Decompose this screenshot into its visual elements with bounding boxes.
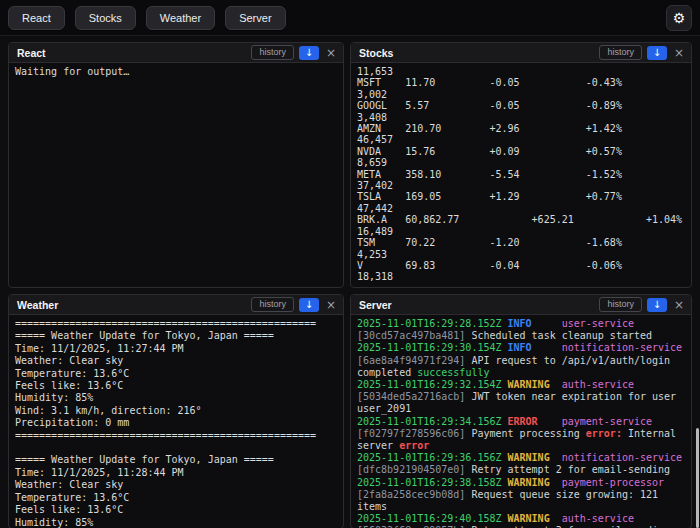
download-button[interactable]: ↓ [647,298,667,312]
log-line: 2025-11-01T16:29:36.156Z WARNING notific… [357,452,685,464]
output-line: TSLA 169.05 +1.29 +0.77% [357,191,685,202]
output-line: Weather: Clear sky [15,355,337,367]
server-log-output[interactable]: 2025-11-01T16:29:28.152Z INFO user-servi… [351,315,691,528]
download-arrow-icon: ↓ [305,47,313,59]
stocks-output[interactable]: 11,653MSFT 11.70 -0.05 -0.43%3,002GOOGL … [351,63,691,287]
log-line: [30cd57ac497ba481] Scheduled task cleanu… [357,330,685,342]
tab-stocks[interactable]: Stocks [75,6,136,30]
panel-server: Server history ↓ × 2025-11-01T16:29:28.1… [350,294,692,528]
gear-icon: ⚙ [673,11,686,25]
output-line: 11,653 [357,66,685,77]
panel-title: Weather [17,299,251,311]
panel-stocks-header: Stocks history ↓ × [351,43,691,63]
output-line: MSFT 11.70 -0.05 -0.43% [357,77,685,88]
tab-bar: ReactStocksWeatherServer [8,6,666,30]
log-line: [dfc8b921904507e0] Retry attempt 2 for e… [357,464,685,476]
log-line: 2025-11-01T16:29:28.152Z INFO user-servi… [357,318,685,330]
output-line: Waiting for output… [15,66,337,79]
close-icon[interactable]: × [672,47,686,59]
panel-controls: history ↓ × [599,45,686,60]
output-line: Humidity: 85% [15,392,337,404]
output-line: META 358.10 -5.54 -1.52% [357,169,685,180]
log-line: 2025-11-01T16:29:32.154Z WARNING auth-se… [357,379,685,391]
panel-title: Server [359,299,599,311]
weather-output[interactable]: ========================================… [9,315,343,528]
panel-controls: history ↓ × [599,297,686,312]
output-line: Weather: Clear sky [15,479,337,491]
download-arrow-icon: ↓ [653,299,661,311]
settings-button[interactable]: ⚙ [666,5,692,31]
log-line: [6ae8a4f94971f294] API request to /api/v… [357,355,685,379]
react-output[interactable]: Waiting for output… [9,63,343,287]
log-line: 2025-11-01T16:29:34.156Z ERROR payment-s… [357,416,685,428]
panel-react: React history ↓ × Waiting for output… [8,42,344,288]
panel-controls: history ↓ × [251,45,338,60]
topbar: ReactStocksWeatherServer ⚙ [0,0,700,36]
output-line: Time: 11/1/2025, 11:27:44 PM [15,343,337,355]
output-line: 3,002 [357,89,685,100]
output-line: Temperature: 13.6°C [15,492,337,504]
output-line: Time: 11/1/2025, 11:28:44 PM [15,467,337,479]
output-line: Feels like: 13.6°C [15,504,337,516]
tab-server[interactable]: Server [225,6,285,30]
panel-stocks: Stocks history ↓ × 11,653MSFT 11.70 -0.0… [350,42,692,288]
close-icon[interactable]: × [324,299,338,311]
output-line: ========================================… [15,430,337,442]
output-line [15,442,337,454]
output-line: 18,318 [357,271,685,282]
download-button[interactable]: ↓ [647,46,667,60]
output-line: NVDA 15.76 +0.09 +0.57% [357,146,685,157]
output-line: 16,489 [357,226,685,237]
download-arrow-icon: ↓ [653,47,661,59]
output-line: 4,253 [357,249,685,260]
output-line: 3,408 [357,112,685,123]
output-line: =================================== [357,283,685,287]
output-line: AMZN 210.70 +2.96 +1.42% [357,123,685,134]
output-line: ===== Weather Update for Tokyo, Japan ==… [15,454,337,466]
log-line: [f02797f278596c06] Payment processing er… [357,428,685,452]
history-button[interactable]: history [599,297,642,312]
tab-weather[interactable]: Weather [146,6,215,30]
close-icon[interactable]: × [324,47,338,59]
log-line: 2025-11-01T16:29:30.154Z INFO notificati… [357,342,685,354]
output-line: ========================================… [15,318,337,330]
panel-controls: history ↓ × [251,297,338,312]
close-icon[interactable]: × [672,299,686,311]
output-line: Precipitation: 0 mm [15,417,337,429]
tab-react[interactable]: React [8,6,65,30]
history-button[interactable]: history [599,45,642,60]
log-line: [5034ded5a2716acb] JWT token near expira… [357,391,685,415]
output-line: GOOGL 5.57 -0.05 -0.89% [357,100,685,111]
panel-server-header: Server history ↓ × [351,295,691,315]
panel-weather-header: Weather history ↓ × [9,295,343,315]
output-line: 37,402 [357,180,685,191]
output-line: 47,442 [357,203,685,214]
output-line: 46,457 [357,134,685,145]
panel-weather: Weather history ↓ × ====================… [8,294,344,528]
window-scrollbar-thumb[interactable] [696,428,699,528]
output-line: 8,659 [357,157,685,168]
output-line: TSM 70.22 -1.20 -1.68% [357,237,685,248]
panel-title: React [17,47,251,59]
panel-title: Stocks [359,47,599,59]
download-arrow-icon: ↓ [305,299,313,311]
output-line: Humidity: 85% [15,517,337,528]
output-line: Temperature: 13.6°C [15,368,337,380]
panel-react-header: React history ↓ × [9,43,343,63]
output-line: Wind: 3.1 km/h, direction: 216° [15,405,337,417]
panel-grid: React history ↓ × Waiting for output… St… [0,36,700,528]
output-line: BRK.A 60,862.77 +625.21 +1.04% [357,214,685,225]
output-line: ===== Weather Update for Tokyo, Japan ==… [15,330,337,342]
history-button[interactable]: history [251,297,294,312]
log-line: [2fa8a258cec9b08d] Request queue size gr… [357,489,685,513]
download-button[interactable]: ↓ [299,46,319,60]
output-line: Feels like: 13.6°C [15,380,337,392]
log-line: 2025-11-01T16:29:38.158Z WARNING payment… [357,477,685,489]
log-line: 2025-11-01T16:29:40.158Z WARNING auth-se… [357,513,685,525]
download-button[interactable]: ↓ [299,298,319,312]
output-line: V 69.83 -0.04 -0.06% [357,260,685,271]
history-button[interactable]: history [251,45,294,60]
